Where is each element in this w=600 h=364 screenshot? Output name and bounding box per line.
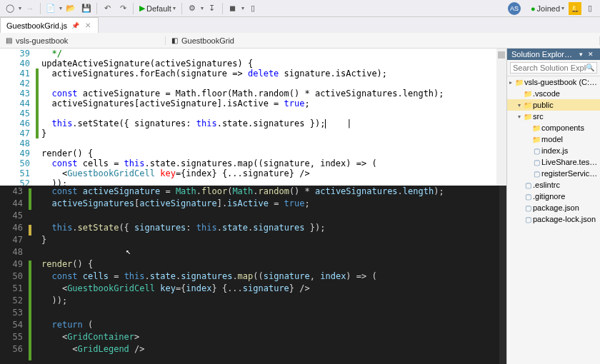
- nav-fwd-button[interactable]: →: [23, 1, 37, 16]
- new-file-button[interactable]: 📄: [44, 1, 58, 16]
- tree-item-label: registerServiceWor: [541, 169, 599, 178]
- gutter-light: 3940414243444546474849505152: [0, 49, 36, 186]
- open-button[interactable]: 📂: [64, 1, 78, 16]
- tree-item[interactable]: ▢package.json: [507, 202, 600, 213]
- file-icon: ▢: [523, 204, 533, 212]
- folder-icon: 📁: [531, 124, 541, 132]
- tree-item-label: .gitignore: [533, 192, 599, 201]
- toolbar-btn-c[interactable]: ▯: [246, 1, 260, 16]
- file-icon: ▢: [523, 216, 533, 223]
- file-icon: ▢: [531, 170, 541, 178]
- tree-item[interactable]: ▾📁public: [507, 99, 600, 111]
- tab-guestbookgrid[interactable]: GuestbookGrid.js 📌 ✕: [0, 17, 99, 33]
- tree-item[interactable]: ▸📁vsls-guestbook (C:\User: [507, 76, 600, 88]
- file-icon: ▢: [523, 181, 533, 189]
- pin-icon[interactable]: 📌: [71, 22, 79, 29]
- folder-icon: 📁: [523, 113, 533, 121]
- gutter-dark: 4344454647484950515253545556: [0, 186, 27, 355]
- file-icon: ▢: [523, 193, 533, 201]
- file-icon: ▢: [531, 158, 541, 166]
- explorer-titlebar: Solution Explorer... ▾ ✕: [507, 49, 600, 60]
- tree-item[interactable]: ▢.eslintrc: [507, 179, 600, 191]
- tree-item-label: LiveShare.test.js: [541, 158, 599, 166]
- tab-label: GuestbookGrid.js: [6, 21, 67, 30]
- project-icon: ▤: [4, 36, 13, 45]
- tree-item[interactable]: ▢registerServiceWor: [507, 168, 600, 179]
- user-avatar[interactable]: AS: [508, 2, 521, 15]
- liveshare-status[interactable]: ● Joined ▾: [528, 4, 567, 13]
- explorer-search: 🔍: [507, 60, 600, 76]
- explorer-tree[interactable]: ▸📁vsls-guestbook (C:\User📁.vscode▾📁publi…: [507, 76, 600, 364]
- file-icon: ▢: [531, 147, 541, 155]
- code-dark[interactable]: const activeSignature = Math.floor(Math.…: [41, 186, 504, 355]
- folder-icon: 📁: [531, 136, 541, 143]
- tree-item-label: .eslintrc: [533, 181, 599, 189]
- close-icon[interactable]: ✕: [84, 21, 92, 30]
- toolbar-btn-a[interactable]: ⚙: [185, 1, 199, 16]
- folder-icon: 📁: [523, 101, 533, 109]
- code-light[interactable]: */updateActiveSignature(activeSignatures…: [41, 49, 495, 186]
- notification-button[interactable]: 🔔: [569, 2, 581, 15]
- tree-item-label: package-lock.json: [533, 215, 599, 223]
- tree-item-label: package.json: [533, 203, 599, 212]
- tree-item-label: index.js: [541, 146, 599, 155]
- tree-item[interactable]: 📁components: [507, 122, 600, 133]
- explorer-title: Solution Explorer...: [511, 50, 576, 59]
- bookmark-button[interactable]: ◼: [226, 1, 240, 16]
- solution-explorer: Solution Explorer... ▾ ✕ 🔍 ▸📁vsls-guestb…: [507, 49, 600, 364]
- config-dropdown[interactable]: ▶ Default ▾: [136, 4, 179, 13]
- tree-item-label: components: [541, 123, 599, 132]
- editor-vscode[interactable]: 4344454647484950515253545556 const activ…: [0, 186, 506, 364]
- save-button[interactable]: 💾: [79, 1, 94, 16]
- folder-icon: 📁: [514, 79, 524, 86]
- redo-button[interactable]: ↷: [116, 1, 130, 16]
- main-toolbar: ◯▾ → 📄▾ 📂 💾 ↶ ↷ ▶ Default ▾ ⚙▾ ↧ ◼▾ ▯ AS…: [0, 0, 600, 17]
- search-icon[interactable]: 🔍: [586, 64, 594, 71]
- explorer-dropdown-icon[interactable]: ▾: [576, 51, 586, 58]
- tree-item[interactable]: 📁model: [507, 133, 600, 145]
- toolbar-btn-d[interactable]: ▯: [583, 1, 597, 16]
- method-icon: ◧: [170, 36, 179, 45]
- tree-item-label: vsls-guestbook (C:\User: [524, 78, 599, 86]
- tree-item[interactable]: ▢.gitignore: [507, 191, 600, 202]
- breadcrumb-project[interactable]: ▤ vsls-guestbook: [0, 36, 166, 45]
- explorer-search-input[interactable]: [510, 62, 597, 74]
- editor-tabs: GuestbookGrid.js 📌 ✕: [0, 17, 600, 33]
- config-label: Default: [146, 4, 171, 13]
- tree-item-label: src: [533, 112, 599, 121]
- tree-item[interactable]: ▢package-lock.json: [507, 213, 600, 225]
- breadcrumb-symbol[interactable]: ◧ GuestbookGrid: [166, 36, 600, 45]
- joined-label: Joined: [537, 4, 560, 13]
- editor-visual-studio[interactable]: 3940414243444546474849505152 */updateAct…: [0, 49, 506, 186]
- tree-item-label: model: [541, 135, 599, 143]
- scrollbar-dark[interactable]: [499, 186, 506, 364]
- tree-item[interactable]: 📁.vscode: [507, 88, 600, 99]
- undo-button[interactable]: ↶: [100, 1, 114, 16]
- tree-item-label: public: [533, 101, 599, 109]
- mouse-cursor: ↖: [126, 246, 131, 256]
- tree-item[interactable]: ▢index.js: [507, 145, 600, 156]
- folder-icon: 📁: [523, 90, 533, 98]
- nav-back-button[interactable]: ◯: [3, 1, 17, 16]
- toolbar-btn-b[interactable]: ↧: [205, 1, 219, 16]
- tree-item-label: .vscode: [533, 89, 599, 98]
- tree-item[interactable]: ▾📁src: [507, 111, 600, 122]
- scrollbar-light[interactable]: [496, 49, 506, 186]
- breadcrumb: ▤ vsls-guestbook ◧ GuestbookGrid: [0, 33, 600, 49]
- tree-item[interactable]: ▢LiveShare.test.js: [507, 156, 600, 168]
- explorer-close-icon[interactable]: ✕: [586, 51, 596, 58]
